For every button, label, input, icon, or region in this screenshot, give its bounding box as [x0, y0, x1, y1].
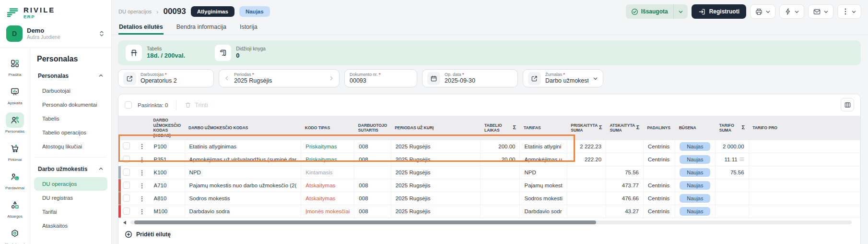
row-checkbox[interactable]	[123, 207, 130, 215]
column-header-tarifo-pro[interactable]: TARIFO PRO	[749, 116, 860, 140]
sidebar-item-tabelis[interactable]: Tabelis	[34, 112, 107, 125]
ledger-icon	[215, 45, 231, 61]
table-row-A710[interactable]: ⋮A710Pajamų mokestis nuo darbo užmokesči…	[118, 179, 860, 192]
scrollbar-track[interactable]	[130, 220, 852, 224]
chevron-down-icon[interactable]	[593, 76, 598, 81]
header-checkbox-column	[118, 116, 134, 140]
rail-item-pirkimai[interactable]: Pirkimai	[6, 141, 24, 162]
row-checkbox[interactable]	[123, 195, 130, 202]
cell-accrued	[567, 192, 606, 205]
status-badge: Naujas	[239, 6, 270, 17]
lightning-button[interactable]	[779, 4, 804, 19]
row-status-indicator	[118, 205, 121, 218]
register-button[interactable]: Registruoti	[692, 4, 746, 19]
calendar-icon[interactable]	[427, 72, 440, 85]
column-header-tabelio-laikas[interactable]: TABELIO LAIKASΣ	[481, 116, 520, 140]
sidebar-section-darbo-uzmokestis: Darbo užmokestis DU operacijosDU registr…	[34, 161, 107, 232]
info-tabelis: Tabelis 18d. / 200val.	[126, 45, 185, 61]
column-header-priskaityta-suma[interactable]: PRISKAITYTA SUMAΣ	[567, 116, 606, 140]
field-zurnalas[interactable]: Žurnalas * Darbo užmokestis	[523, 69, 603, 87]
field-dokumento-nr[interactable]: Dokumento nr. * 00093	[344, 69, 417, 87]
row-checkbox[interactable]	[123, 156, 130, 163]
chevron-down-icon[interactable]	[674, 4, 688, 19]
column-header-darbo-uzmokescio-kodas[interactable]: DARBO UŽMOKESČIO KODAS	[185, 116, 301, 140]
sidebar-item-du-registras[interactable]: DU registras	[34, 191, 107, 205]
rail-item-pradzia[interactable]: Pradžia	[6, 56, 24, 77]
external-link-icon[interactable]	[123, 72, 136, 85]
scrollbar-thumb[interactable]	[134, 220, 596, 224]
column-header-busena[interactable]: BŪSENA	[675, 116, 716, 140]
saved-split-button[interactable]: Išsaugota	[626, 4, 688, 19]
row-checkbox[interactable]	[123, 182, 130, 189]
row-menu-icon[interactable]: ⋮	[139, 208, 145, 215]
horizontal-scrollbar[interactable]	[118, 220, 860, 225]
field-darbuotojas[interactable]: Darbuotojas * Operatorius 2	[118, 69, 214, 87]
column-header-darbuotojo-sutartis[interactable]: DARBUOTOJO SUTARTIS	[354, 116, 391, 140]
field-op-data[interactable]: Op. data * 2025-09-30	[422, 69, 518, 87]
kebab-button[interactable]	[837, 4, 861, 19]
breadcrumb-link[interactable]: DU operacijos	[118, 9, 152, 14]
printer-button[interactable]	[750, 4, 775, 19]
row-menu-icon[interactable]: ⋮	[139, 143, 145, 150]
check-circle-icon	[631, 8, 638, 15]
sidebar-item-darbuotojai[interactable]: Darbuotojai	[34, 84, 107, 98]
cell-deducted: 75.56	[606, 166, 644, 179]
row-checkbox[interactable]	[123, 142, 130, 149]
column-header-tarifo-suma[interactable]: TARIFO SUMAΣ	[716, 116, 749, 140]
column-header-darbo-uzmokescio-kodas-kodas[interactable]: DARBO UŽMOKESČIO KODAS (KODAS)	[149, 116, 185, 140]
sidebar-item-personalo-dokumentai[interactable]: Personalo dokumentai	[34, 98, 107, 111]
delete-button[interactable]: Trinti	[185, 101, 208, 109]
column-header-periodas-uz-kuri[interactable]: PERIODAS UŽ KURĮ	[391, 116, 481, 140]
row-checkbox[interactable]	[123, 169, 130, 176]
rail-item-pardavimai[interactable]: Pardavimai	[5, 169, 24, 190]
cell-tariff_sum	[716, 192, 749, 205]
section-toggle-personalas[interactable]: Personalas	[34, 68, 107, 84]
field-periodas[interactable]: Periodas * 2025 Rugsėjis	[219, 69, 340, 87]
external-link-icon[interactable]	[528, 72, 541, 85]
cell-code: A710	[149, 179, 185, 192]
column-settings-button[interactable]	[841, 98, 854, 111]
chevron-left-icon[interactable]	[224, 75, 230, 81]
column-header-atskaityta-suma[interactable]: ATSKAITYTA SUMAΣ	[606, 116, 644, 140]
table-row-M100[interactable]: ⋮M100Darbdavio sodraĮmonės mokesčiai0082…	[118, 205, 860, 218]
column-header-padalinys[interactable]: PADALINYS	[643, 116, 675, 140]
select-all-checkbox[interactable]	[125, 101, 132, 109]
sidebar-item-tabelio-operacijos[interactable]: Tabelio operacijos	[34, 126, 107, 139]
cell-tariff: Apmokėjimas u	[520, 153, 567, 166]
row-menu-icon[interactable]: ⋮	[139, 182, 145, 189]
row-menu-icon[interactable]: ⋮	[139, 169, 145, 176]
sidebar-item-tarifai[interactable]: Tarifai	[34, 205, 107, 219]
sidebar-item-du-operacijos[interactable]: DU operacijos	[34, 177, 107, 191]
cell-name: Etatinis atlyginimas	[185, 140, 301, 153]
rail-item-personalas[interactable]: Personalas	[5, 112, 24, 134]
table-row-P351[interactable]: ⋮P351Apmokėjimas už viršvalandžius (sumi…	[118, 153, 860, 166]
mail-button[interactable]	[808, 4, 833, 19]
sum-icon: Σ	[636, 124, 640, 131]
column-header-kodo-tipas[interactable]: KODO TIPAS	[301, 116, 354, 140]
company-switcher[interactable]: D Demo Aušra Juodienė	[6, 25, 105, 48]
info-didzioji-knyga: Didžioji knyga 0	[215, 45, 266, 61]
row-menu-icon[interactable]: ⋮	[139, 195, 145, 202]
row-menu-icon[interactable]: ⋮	[139, 156, 145, 163]
saved-label: Išsaugota	[641, 8, 668, 15]
table-row-K100[interactable]: ⋮K100NPDKintamasis2025 RugsėjisNPD75.56N…	[118, 166, 860, 179]
scroll-left-arrow[interactable]	[123, 220, 127, 225]
sidebar-item-atostogu-likuciai[interactable]: Atostogų likučiai	[34, 140, 107, 153]
section-toggle-darbo-uzmokestis[interactable]: Darbo užmokestis	[34, 161, 107, 177]
table-row-A810[interactable]: ⋮A810Sodros mokestisAtskaitymas0082025 R…	[118, 192, 860, 205]
tab-detalios-eilutes[interactable]: Detalios eilutės	[118, 20, 164, 35]
table-card: Pasirinkta: 0 Trinti DARBO UŽMOKESČIO KO…	[118, 94, 861, 244]
rail-item-apskaita[interactable]: Apskaita	[6, 84, 24, 105]
cell-contract: 008	[354, 192, 391, 205]
rail-item-nustatymai[interactable]: Nustatymai	[5, 226, 24, 244]
rail-item-atsargos[interactable]: Atsargos	[6, 197, 24, 219]
add-row-button[interactable]: Pridėti eilutę	[118, 225, 860, 244]
cart-icon	[6, 141, 24, 156]
sidebar-item-ataskaitos[interactable]: Ataskaitos	[34, 219, 107, 232]
table-row-P100[interactable]: ⋮P100Etatinis atlyginimasPriskaitymas008…	[118, 140, 860, 153]
tab-istorija[interactable]: Istorija	[239, 20, 258, 35]
column-header-tarifas[interactable]: TARIFAS	[520, 116, 567, 140]
chevron-right-icon[interactable]	[328, 75, 334, 81]
cell-tarifo-pro	[749, 192, 860, 205]
tab-bendra-informacija[interactable]: Bendra informacija	[176, 20, 227, 35]
